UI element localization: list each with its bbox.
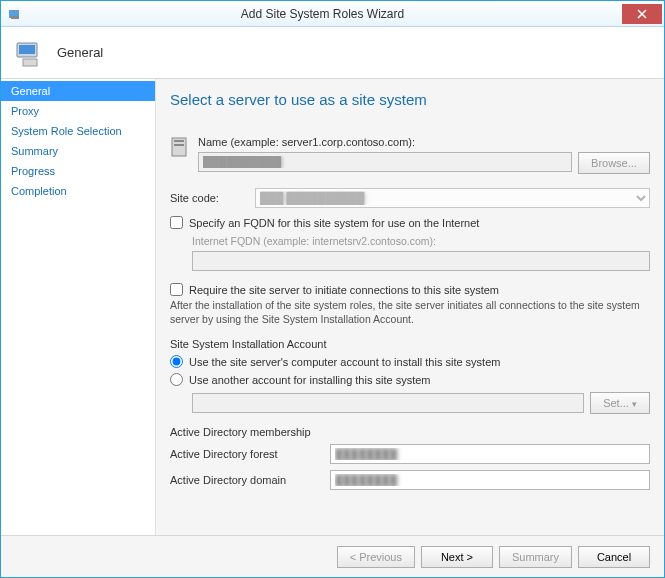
svg-rect-7 [174, 144, 184, 146]
set-button-label: Set... [603, 397, 629, 409]
window-title: Add Site System Roles Wizard [23, 7, 622, 21]
require-checkbox-label: Require the site server to initiate conn… [189, 284, 499, 296]
ad-domain-input[interactable] [330, 470, 650, 490]
ad-section: Active Directory membership [170, 426, 650, 438]
fqdn-input[interactable] [192, 251, 650, 271]
sitecode-label: Site code: [170, 192, 255, 204]
sidebar-item-summary[interactable]: Summary [1, 141, 155, 161]
radio-computer-account[interactable] [170, 355, 183, 368]
wizard-body: General Proxy System Role Selection Summ… [1, 79, 664, 535]
ad-forest-label: Active Directory forest [170, 448, 320, 460]
ad-domain-label: Active Directory domain [170, 474, 320, 486]
wizard-footer: < Previous Next > Summary Cancel [1, 535, 664, 577]
radio-other-label: Use another account for installing this … [189, 374, 431, 386]
set-button[interactable]: Set... ▾ [590, 392, 650, 414]
account-input[interactable] [192, 393, 584, 413]
server-icon [13, 37, 45, 69]
browse-button[interactable]: Browse... [578, 152, 650, 174]
close-icon [637, 9, 647, 19]
svg-rect-1 [11, 16, 19, 19]
next-button[interactable]: Next > [421, 546, 493, 568]
titlebar: Add Site System Roles Wizard [1, 1, 664, 27]
cancel-button[interactable]: Cancel [578, 546, 650, 568]
page-title: Select a server to use as a site system [170, 91, 650, 108]
sidebar-item-system-role[interactable]: System Role Selection [1, 121, 155, 141]
sidebar-item-completion[interactable]: Completion [1, 181, 155, 201]
sidebar-item-progress[interactable]: Progress [1, 161, 155, 181]
require-checkbox[interactable] [170, 283, 183, 296]
chevron-down-icon: ▾ [632, 399, 637, 409]
fqdn-hint: Internet FQDN (example: internetsrv2.con… [192, 235, 650, 247]
fqdn-checkbox[interactable] [170, 216, 183, 229]
require-description: After the installation of the site syste… [170, 299, 650, 326]
close-button[interactable] [622, 4, 662, 24]
main-panel: Select a server to use as a site system … [156, 79, 664, 535]
server-small-icon [170, 136, 190, 160]
fqdn-checkbox-label: Specify an FQDN for this site system for… [189, 217, 479, 229]
svg-rect-3 [19, 45, 35, 54]
sidebar-item-general[interactable]: General [1, 81, 155, 101]
previous-button[interactable]: < Previous [337, 546, 415, 568]
ad-forest-input[interactable] [330, 444, 650, 464]
summary-button[interactable]: Summary [499, 546, 572, 568]
header-title: General [57, 45, 103, 60]
radio-other-account[interactable] [170, 373, 183, 386]
name-label: Name (example: server1.corp.contoso.com)… [198, 136, 650, 148]
wizard-window: Add Site System Roles Wizard General Gen… [0, 0, 665, 578]
svg-rect-6 [174, 140, 184, 142]
radio-computer-label: Use the site server's computer account t… [189, 356, 500, 368]
sitecode-select[interactable]: ███ ██████████ [255, 188, 650, 208]
name-input[interactable] [198, 152, 572, 172]
sidebar-item-proxy[interactable]: Proxy [1, 101, 155, 121]
sidebar: General Proxy System Role Selection Summ… [1, 79, 156, 535]
wizard-header: General [1, 27, 664, 79]
install-account-section: Site System Installation Account [170, 338, 650, 350]
app-icon [7, 6, 23, 22]
svg-rect-4 [23, 59, 37, 66]
